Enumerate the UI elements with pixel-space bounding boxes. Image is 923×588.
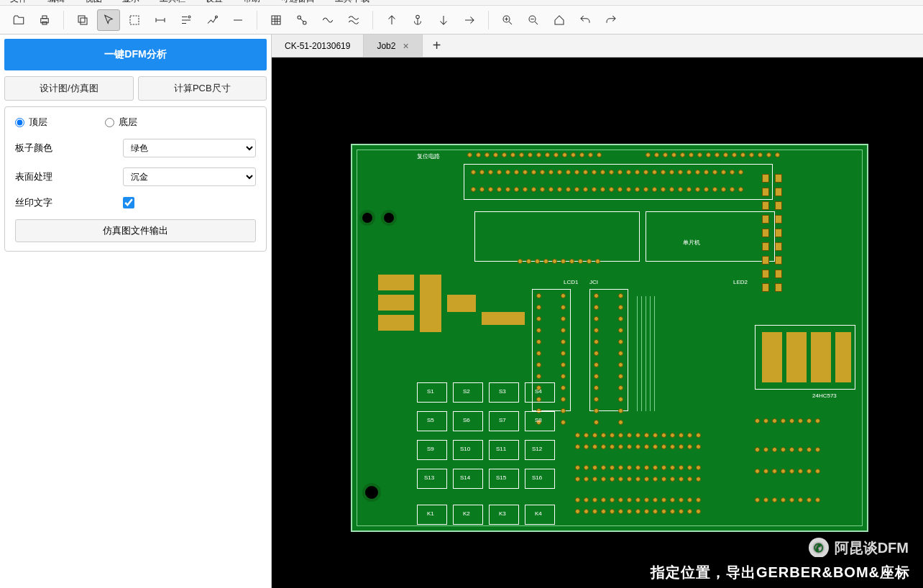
menu-item[interactable]: 文件	[10, 0, 27, 5]
menu-bar: 文件 编辑 视图 显示 工具栏 设置 帮助 可选窗口 工具下载	[0, 0, 923, 6]
watermark: ✆ 阿昆谈DFM	[809, 538, 909, 558]
canvas-area: CK-51-20130619 Job2× +	[272, 35, 923, 588]
svg-rect-0	[41, 18, 49, 22]
minus-icon[interactable]	[226, 9, 249, 31]
calc-pcb-button[interactable]: 计算PCB尺寸	[138, 76, 267, 101]
close-icon[interactable]: ×	[403, 40, 408, 52]
svg-rect-5	[130, 16, 139, 24]
caption-overlay: 指定位置，导出GERBER&BOM&座标	[640, 557, 920, 588]
svg-point-10	[416, 15, 420, 19]
dfm-analyze-button[interactable]: 一键DFM分析	[4, 39, 267, 70]
export-sim-button[interactable]: 仿真图文件输出	[15, 219, 256, 242]
surface-finish-select[interactable]: 沉金	[123, 167, 256, 186]
menu-item[interactable]: 编辑	[47, 0, 65, 5]
tab-label: CK-51-20130619	[285, 41, 350, 51]
sidebar: 一键DFM分析 设计图/仿真图 计算PCB尺寸 顶层 底层 板子颜色 绿色 表面…	[0, 35, 272, 588]
open-icon[interactable]	[7, 9, 30, 31]
bottom-layer-radio[interactable]: 底层	[105, 116, 137, 129]
svg-rect-3	[78, 16, 85, 22]
separator	[488, 11, 489, 29]
anchor-icon[interactable]	[406, 9, 429, 31]
area-icon[interactable]	[123, 9, 146, 31]
connect-icon[interactable]	[290, 9, 313, 31]
separator	[257, 11, 257, 29]
top-layer-radio[interactable]: 顶层	[15, 116, 47, 129]
watermark-text: 阿昆谈DFM	[835, 538, 909, 558]
tab-strip: CK-51-20130619 Job2× +	[272, 35, 923, 58]
top-layer-label: 顶层	[29, 116, 47, 129]
menu-item[interactable]: 设置	[206, 0, 223, 5]
print-icon[interactable]	[33, 9, 56, 31]
pcb-board: S1 S2 S3 S4 S5 S6 S7 S8 S9 S10 S11 S12 S…	[351, 144, 868, 532]
silkscreen-label: 丝印文字	[15, 196, 123, 209]
wave2-icon[interactable]	[342, 9, 365, 31]
wechat-icon: ✆	[809, 538, 829, 558]
menu-item[interactable]: 工具下载	[335, 0, 369, 5]
options-panel: 顶层 底层 板子颜色 绿色 表面处理 沉金 丝印文字 仿真图文件输出	[4, 106, 267, 252]
align-icon[interactable]	[175, 9, 198, 31]
surface-finish-label: 表面处理	[15, 170, 123, 183]
wave-icon[interactable]	[316, 9, 339, 31]
home-icon[interactable]	[548, 9, 571, 31]
layer-icon[interactable]	[71, 9, 94, 31]
zoom-in-icon[interactable]	[496, 9, 519, 31]
undo-icon[interactable]	[574, 9, 597, 31]
board-color-label: 板子颜色	[15, 142, 123, 155]
menu-item[interactable]: 显示	[122, 0, 139, 5]
arrow-down-icon[interactable]	[432, 9, 455, 31]
add-tab-button[interactable]: +	[423, 35, 451, 57]
menu-item[interactable]: 帮助	[243, 0, 260, 5]
zoom-out-icon[interactable]	[522, 9, 545, 31]
pcb-viewport[interactable]: S1 S2 S3 S4 S5 S6 S7 S8 S9 S10 S11 S12 S…	[272, 58, 923, 588]
main-toolbar	[0, 6, 923, 35]
route-icon[interactable]	[201, 9, 224, 31]
arrow-up-icon[interactable]	[380, 9, 403, 31]
menu-item[interactable]: 工具栏	[160, 0, 185, 5]
board-color-select[interactable]: 绿色	[123, 139, 256, 157]
svg-rect-4	[81, 18, 87, 24]
grid-icon[interactable]	[265, 9, 288, 31]
menu-item[interactable]: 视图	[85, 0, 102, 5]
measure-icon[interactable]	[149, 9, 172, 31]
separator	[372, 11, 373, 29]
redo-icon[interactable]	[600, 9, 623, 31]
silkscreen-checkbox[interactable]	[123, 197, 134, 208]
arrow-right-icon[interactable]	[458, 9, 481, 31]
select-icon[interactable]	[97, 9, 120, 31]
bottom-layer-label: 底层	[119, 116, 137, 129]
tab-label: Job2	[377, 41, 395, 51]
tab-job1[interactable]: CK-51-20130619	[272, 35, 364, 57]
separator	[63, 11, 64, 29]
design-sim-button[interactable]: 设计图/仿真图	[4, 76, 134, 101]
tab-job2[interactable]: Job2×	[364, 35, 422, 57]
svg-rect-1	[42, 16, 47, 19]
svg-point-6	[188, 16, 190, 18]
menu-item[interactable]: 可选窗口	[280, 0, 315, 5]
